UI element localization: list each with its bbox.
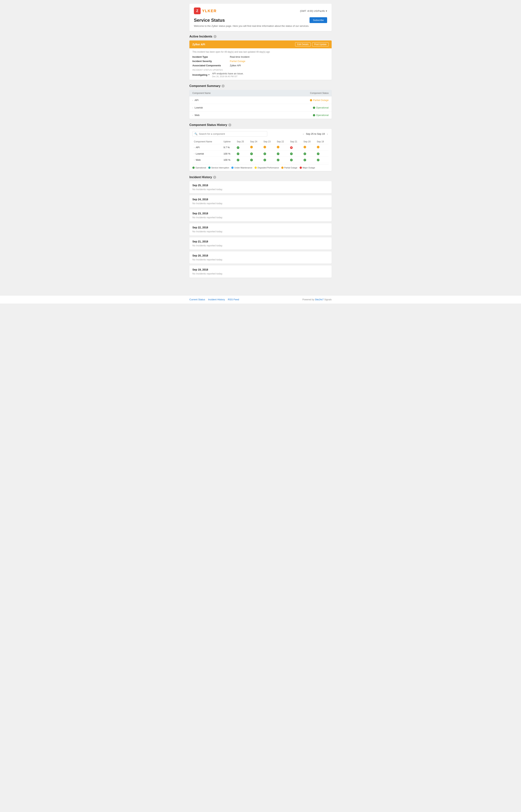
status-dot-icon: [264, 159, 266, 161]
component-status-web: Operational: [313, 114, 329, 116]
incident-components-value: Zylker API: [230, 64, 241, 67]
component-row-api[interactable]: › API Partial Outage: [189, 96, 332, 104]
status-dot-icon: [237, 159, 239, 161]
component-row-web[interactable]: › Web Operational: [189, 111, 332, 119]
status-dot-icon: [303, 152, 306, 155]
legend-label: Service Interruption: [211, 167, 229, 169]
chevron-icon: ›: [194, 152, 195, 155]
status-dot-icon: [264, 152, 266, 155]
status-cell: [315, 151, 329, 157]
component-summary-table: Component Name Component Status › API Pa…: [189, 90, 332, 119]
incident-history-title: Incident History i: [189, 175, 332, 179]
status-cell: [302, 157, 315, 163]
incident-status-updates-label: INCIDENT STATUS UPDATES: [192, 69, 329, 71]
active-incidents-section: Active Incidents i Zylker API Edit Detai…: [189, 35, 332, 80]
date-nav-prev-button[interactable]: ‹: [302, 132, 304, 136]
status-cell: [262, 151, 275, 157]
post-update-button[interactable]: Post Update: [312, 42, 329, 46]
subscribe-button[interactable]: Subscribe: [310, 17, 327, 23]
search-icon: 🔍: [195, 132, 198, 135]
timezone-selector[interactable]: (GMT -8:00) US/Pacific ▾: [300, 9, 327, 13]
incident-severity-label: Incident Severity: [192, 60, 230, 63]
footer-site24x7-link[interactable]: Site24x7: [315, 298, 324, 301]
status-dot-icon: [237, 146, 239, 149]
legend-label: Degraded Performance: [257, 167, 279, 169]
component-status-api: Partial Outage: [310, 99, 329, 102]
legend-dot-icon: [254, 167, 257, 169]
col-component-name: Component Name: [192, 92, 210, 94]
th-sep23: Sep 23: [262, 139, 275, 144]
incident-history-date: Sep 21, 2018: [192, 240, 329, 243]
table-row[interactable]: › Web100 %: [192, 157, 329, 163]
incident-history-info-icon[interactable]: i: [213, 176, 216, 179]
page-title: Service Status: [194, 18, 225, 23]
incident-components-row: Associated Components Zylker API: [192, 64, 329, 67]
legend-item: Partial Outage: [281, 167, 297, 169]
component-summary-info-icon[interactable]: i: [222, 85, 225, 87]
status-dot-icon: [277, 146, 279, 148]
incident-actions: Edit Details Post Update: [295, 42, 329, 46]
incident-card: Zylker API Edit Details Post Update This…: [189, 41, 332, 80]
status-dot-icon: [290, 146, 293, 149]
pencil-icon: ✏: [208, 73, 210, 76]
footer-link-rss-feed[interactable]: RSS Feed: [228, 298, 239, 301]
footer-link-current-status[interactable]: Current Status: [189, 298, 205, 301]
status-dot-icon: [277, 152, 279, 155]
date-range-label: Sep 25 to Sep 19: [306, 132, 325, 135]
status-dot-icon: [250, 159, 253, 161]
component-name-web: Web: [195, 114, 200, 116]
status-cell: [315, 157, 329, 163]
date-nav-next-button[interactable]: ›: [326, 132, 329, 136]
status-dot-icon: [250, 146, 253, 148]
col-component-status: Component Status: [310, 92, 329, 94]
status-dot-icon: [303, 159, 306, 161]
table-row[interactable]: › Lowrisk100 %: [192, 151, 329, 157]
timezone-chevron-icon: ▾: [326, 9, 327, 13]
status-cell: [235, 144, 249, 151]
edit-details-button[interactable]: Edit Details: [295, 42, 311, 46]
status-cell: [262, 157, 275, 163]
incident-header: Zylker API Edit Details Post Update: [189, 41, 332, 48]
incident-history-date: Sep 19, 2018: [192, 268, 329, 271]
component-status-history-section: Component Status History i 🔍 ‹ Sep 25 to…: [189, 123, 332, 171]
status-dot-icon: [290, 159, 293, 161]
component-row-lowrisk[interactable]: › Lowrisk Operational: [189, 104, 332, 111]
th-component: Component Name: [192, 139, 222, 144]
legend-dot-icon: [192, 167, 195, 169]
incident-update-time: Dec 26, 2018 06:45 PM IST: [212, 75, 244, 78]
logo-icon: Z: [194, 7, 201, 14]
legend-dot-icon: [281, 167, 284, 169]
th-sep20: Sep 20: [302, 139, 315, 144]
legend-label: Operational: [196, 167, 206, 169]
uptime-cell: 9.7 %: [222, 144, 235, 151]
incident-history-message: No Incidents reported today.: [192, 272, 329, 275]
component-status-lowrisk: Operational: [313, 106, 329, 109]
th-sep24: Sep 24: [249, 139, 262, 144]
timezone-label: (GMT -8:00) US/Pacific: [300, 9, 325, 13]
status-cell: [262, 144, 275, 151]
incident-history-card: Sep 20, 2018 No Incidents reported today…: [189, 252, 332, 263]
incident-type-label: Incident Type: [192, 56, 230, 58]
history-component-name: › API: [194, 146, 221, 149]
active-incidents-title: Active Incidents i: [189, 35, 332, 38]
incident-update-text: API endpoints have an issue.: [212, 72, 244, 75]
incident-history-message: No Incidents reported today.: [192, 258, 329, 261]
status-cell: [275, 151, 289, 157]
component-name-lowrisk: Lowrisk: [195, 106, 203, 109]
active-incidents-info-icon[interactable]: i: [213, 35, 217, 38]
status-cell: [235, 157, 249, 163]
footer-link-incident-history[interactable]: Incident History: [208, 298, 225, 301]
status-cell: [289, 151, 302, 157]
component-status-history-title: Component Status History i: [189, 123, 332, 127]
uptime-cell: 100 %: [222, 157, 235, 163]
logo-text: YLKER: [202, 9, 217, 13]
incident-history-card: Sep 23, 2018 No Incidents reported today…: [189, 209, 332, 221]
incident-history-card: Sep 21, 2018 No Incidents reported today…: [189, 237, 332, 250]
th-sep21: Sep 21: [289, 139, 302, 144]
component-search-wrap[interactable]: 🔍: [192, 131, 267, 136]
component-status-history-info-icon[interactable]: i: [228, 124, 231, 126]
header-description: Welcome to the Zylker status page. Here …: [194, 24, 327, 27]
incident-update-row: Investigating ✏ API endpoints have an is…: [192, 72, 329, 78]
table-row[interactable]: › API9.7 %: [192, 144, 329, 151]
search-input[interactable]: [199, 132, 265, 135]
